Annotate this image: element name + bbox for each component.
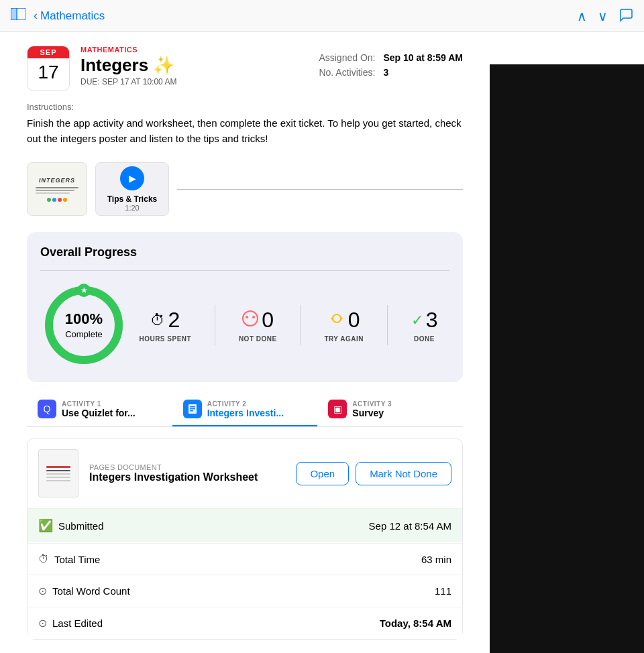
main-content: SEP 17 MATHEMATICS Integers ✨ DUE: SEP 1… — [0, 32, 490, 650]
done-label: DONE — [414, 335, 435, 343]
doc-info: PAGES DOCUMENT Integers Investigation Wo… — [89, 463, 285, 483]
word-count-icon: ⊙ — [38, 585, 47, 597]
submitted-row: ✅ Submitted Sep 12 at 8:54 AM — [28, 509, 462, 542]
nav-left: ‹ Mathematics — [11, 8, 105, 23]
video-duration: 1:20 — [107, 204, 157, 212]
done-value: 3 — [426, 308, 438, 333]
svg-rect-14 — [190, 408, 195, 410]
tab-2-name: Integers Investi... — [207, 408, 307, 418]
last-edited-icon: ⊙ — [38, 617, 47, 630]
instructions-text: Finish the app activity and worksheet, t… — [27, 116, 463, 146]
total-time-label-row: ⏱ Total Time — [38, 553, 100, 565]
down-icon[interactable]: ∨ — [598, 8, 608, 24]
tab-3-info: ACTIVITY 3 Survey — [352, 400, 452, 418]
try-again-label: TRY AGAIN — [324, 335, 364, 343]
tab-1-num: ACTIVITY 1 — [62, 400, 162, 408]
check-icon: ✅ — [38, 518, 53, 533]
hours-stat: ⏱ 2 HOURS SPENT — [139, 308, 191, 343]
stat-divider-2 — [301, 305, 301, 345]
assigned-on-label: Assigned On: — [319, 52, 375, 63]
tab-1-name: Use Quizlet for... — [62, 408, 162, 418]
svg-rect-15 — [190, 410, 193, 412]
submitted-label: ✅ Submitted — [38, 518, 104, 533]
quizlet-icon: Q — [38, 400, 56, 418]
video-attachment[interactable]: ▶ Tips & Tricks 1:20 — [95, 162, 169, 216]
play-button[interactable]: ▶ — [120, 166, 144, 190]
not-done-label: NOT DONE — [239, 335, 277, 343]
try-again-value: 0 — [348, 308, 360, 333]
activities-row: No. Activities: 3 — [319, 67, 463, 78]
last-edited-label-row: ⊙ Last Edited — [38, 617, 103, 630]
word-count-label: Total Word Count — [52, 585, 130, 597]
activities-value: 3 — [383, 67, 388, 78]
activity-tabs: Q ACTIVITY 1 Use Quizlet for... — [27, 393, 463, 427]
activity-doc-row: PAGES DOCUMENT Integers Investigation Wo… — [28, 438, 462, 509]
mark-not-done-button[interactable]: Mark Not Done — [356, 462, 451, 485]
tab-3-name: Survey — [352, 408, 452, 418]
assignment-header: SEP 17 MATHEMATICS Integers ✨ DUE: SEP 1… — [13, 32, 476, 102]
doc-thumbnail — [38, 449, 78, 497]
svg-point-8 — [246, 316, 248, 318]
nav-bar: ‹ Mathematics ∧ ∨ — [0, 0, 644, 32]
not-done-icon — [241, 310, 259, 331]
stats-rows: ⏱ Total Time 63 min ⊙ Total Word Count 1… — [28, 543, 462, 639]
doc-type: PAGES DOCUMENT — [89, 463, 285, 471]
progress-stats: ★ 100% Complete ⏱ 2 HOURS SPENT — [40, 282, 449, 369]
time-icon: ⏱ — [38, 553, 49, 565]
pages-icon — [183, 400, 202, 418]
activity-tab-3[interactable]: ▣ ACTIVITY 3 Survey — [317, 393, 463, 426]
calendar-month: SEP — [28, 46, 69, 58]
stat-divider-3 — [387, 305, 388, 345]
hours-label: HOURS SPENT — [139, 335, 191, 343]
back-button[interactable]: ‹ Mathematics — [34, 9, 105, 23]
svg-text:★: ★ — [80, 286, 88, 295]
activities-section: Q ACTIVITY 1 Use Quizlet for... — [27, 393, 463, 640]
open-button[interactable]: Open — [296, 462, 349, 485]
last-edited-row: ⊙ Last Edited Today, 8:54 AM — [28, 607, 462, 639]
instructions-section: Instructions: Finish the app activity an… — [13, 102, 476, 157]
back-chevron-icon: ‹ — [34, 9, 38, 23]
doc-name: Integers Investigation Worksheet — [89, 471, 285, 483]
word-count-value: 111 — [435, 585, 451, 597]
header-left: SEP 17 MATHEMATICS Integers ✨ DUE: SEP 1… — [27, 46, 176, 91]
stats-grid: ⏱ 2 HOURS SPENT — [127, 305, 449, 345]
comment-icon[interactable] — [619, 7, 633, 25]
activity-tab-2[interactable]: ACTIVITY 2 Integers Investi... — [172, 393, 318, 426]
hours-top: ⏱ 2 — [150, 308, 180, 333]
tab-2-info: ACTIVITY 2 Integers Investi... — [207, 400, 307, 418]
right-panel — [490, 64, 644, 653]
svg-point-7 — [243, 311, 258, 326]
donut-percent: 100% — [65, 310, 103, 328]
poster-attachment[interactable]: INTEGERS — [27, 162, 87, 216]
svg-marker-10 — [341, 316, 343, 320]
video-title: Tips & Tricks — [107, 194, 157, 204]
up-icon[interactable]: ∧ — [577, 8, 587, 24]
calendar-day: 17 — [28, 58, 69, 86]
not-done-top: 0 — [241, 308, 274, 333]
survey-icon: ▣ — [328, 400, 347, 418]
activity-tab-1[interactable]: Q ACTIVITY 1 Use Quizlet for... — [27, 393, 172, 426]
word-count-label-row: ⊙ Total Word Count — [38, 585, 130, 597]
submitted-text: Submitted — [58, 520, 104, 532]
tab-3-num: ACTIVITY 3 — [352, 400, 452, 408]
assignment-title: Integers ✨ — [80, 55, 176, 76]
hours-icon: ⏱ — [150, 312, 165, 329]
header-right: Assigned On: Sep 10 at 8:59 AM No. Activ… — [319, 46, 463, 82]
total-time-label: Total Time — [54, 554, 100, 565]
done-icon: ✓ — [411, 312, 423, 329]
not-done-value: 0 — [262, 308, 274, 333]
activities-label: No. Activities: — [319, 67, 375, 78]
total-time-row: ⏱ Total Time 63 min — [28, 543, 462, 575]
subject-label: MATHEMATICS — [80, 46, 176, 54]
done-top: ✓ 3 — [411, 308, 438, 333]
tab-1-info: ACTIVITY 1 Use Quizlet for... — [62, 400, 162, 418]
svg-rect-0 — [11, 8, 16, 20]
activity-detail-card: PAGES DOCUMENT Integers Investigation Wo… — [27, 438, 463, 640]
total-time-value: 63 min — [421, 554, 451, 565]
svg-rect-13 — [190, 406, 195, 408]
tab-2-num: ACTIVITY 2 — [207, 400, 307, 408]
not-done-stat: 0 NOT DONE — [239, 308, 277, 343]
try-again-icon — [328, 310, 345, 331]
sidebar-icon[interactable] — [11, 8, 25, 23]
poster-dots — [47, 198, 67, 202]
